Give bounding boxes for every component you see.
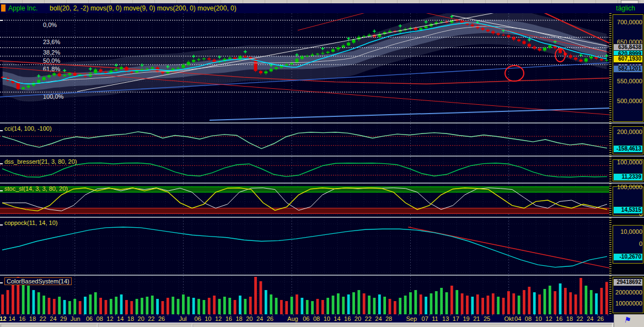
date-axis-label: 08 <box>96 315 103 322</box>
price-value-box[interactable]: 582,1201 <box>613 65 643 73</box>
cci-value-box[interactable]: -158,4613 <box>613 145 643 153</box>
date-axis-label: 10 <box>205 315 211 322</box>
date-axis-label: 04 <box>514 315 521 322</box>
volume-value-box[interactable]: 29418692 <box>613 278 643 286</box>
chart-header: Apple Inc. boll(20, 2, -2) movs(9, 0) mo… <box>0 3 644 13</box>
date-axis-label: 28 <box>385 315 392 322</box>
date-axis-label: 20 <box>138 315 144 322</box>
status-cell <box>98 324 192 327</box>
date-axis-label: Jul <box>179 315 186 322</box>
coppock-plot[interactable] <box>0 218 609 275</box>
cci-plot[interactable] <box>0 124 609 156</box>
date-axis-label: 22 <box>40 315 46 322</box>
dss-axis: 100,0000011,2339 <box>609 157 644 183</box>
date-axis-label: 24 <box>375 315 382 322</box>
date-axis-label: 12 <box>215 315 222 322</box>
date-axis-label: 22 <box>148 315 154 322</box>
date-axis-label: 08 <box>313 315 320 322</box>
date-axis-label: 16 <box>19 315 25 322</box>
date-axis-label: 21 <box>473 315 480 322</box>
volume-axis-label: 20000000 <box>615 289 642 296</box>
coppock-label: coppock(11, 14, 10) <box>4 219 57 226</box>
cci-label: cci(14, 100, -100) <box>4 125 52 132</box>
timeframe-label[interactable]: täglich <box>616 4 635 12</box>
svg-text:50,0%: 50,0% <box>43 57 60 64</box>
panel-tick <box>0 20 3 21</box>
dss-axis-label: 100,0000 <box>617 159 642 165</box>
svg-text:23,6%: 23,6% <box>43 39 60 45</box>
date-axis-label: 19 <box>463 315 469 322</box>
indicator-params[interactable]: boll(20, 2, -2) movs(9, 0) move(9, 0) mo… <box>50 4 237 12</box>
date-axis-label: 18 <box>127 315 134 322</box>
stoc-label: stoc_sl(14, 3, 3, 80, 20) <box>4 185 68 192</box>
volume-axis-label: 10000000 <box>615 300 642 307</box>
coppock-value-box[interactable]: -10,2670 <box>613 253 643 261</box>
svg-text:0,0%: 0,0% <box>43 22 57 28</box>
panel-tick <box>0 190 3 191</box>
coppock-panel: 10,000000-10,2670coppock(11, 14, 10) <box>0 218 644 275</box>
volume-panel: 200000001000000029418692ColorBasedSystem… <box>0 276 644 314</box>
date-axis-label: 14 <box>117 315 124 322</box>
price-axis: 700,0000650,0000550,0000500,0000636,8438… <box>609 13 644 122</box>
date-axis-label: Sep <box>406 315 417 322</box>
svg-text:38,2%: 38,2% <box>43 49 60 56</box>
date-axis-label: 12 <box>545 315 552 322</box>
date-axis-label: 18 <box>29 315 36 322</box>
date-axis-label: 10 <box>324 315 330 322</box>
date-axis-label: 13 <box>442 315 449 322</box>
coppock-axis: 10,000000-10,2670 <box>609 218 644 275</box>
date-axis-label: 06 <box>303 315 309 322</box>
flag-icon[interactable]: ⚑ <box>623 315 632 324</box>
coppock-axis-label: 0 <box>639 240 642 247</box>
date-axis-label: 25 <box>484 315 490 322</box>
coppock-axis-label: 10,0000 <box>620 228 642 235</box>
chart-application: Apple Inc. boll(20, 2, -2) movs(9, 0) mo… <box>0 0 644 327</box>
date-axis-label: 24 <box>587 315 593 322</box>
cci-axis-label: 200,0000 <box>617 128 642 135</box>
stoc-axis-label: 100,0000 <box>617 184 642 190</box>
date-axis-label: 22 <box>365 315 372 322</box>
date-axis-label: 11 <box>432 315 438 322</box>
date-axis-label: 22 <box>576 315 583 322</box>
stoc-value-box[interactable]: 14,5315 <box>613 206 643 214</box>
date-axis-year: '12 <box>0 315 7 322</box>
dss-plot[interactable] <box>0 157 609 183</box>
date-axis-label: 16 <box>344 315 351 322</box>
date-axis-label: 14 <box>8 315 15 322</box>
date-axis-label: 08 <box>525 315 532 322</box>
dss-panel: 100,0000011,2339dss_bressert(21, 3, 80, … <box>0 157 644 183</box>
date-axis-label: 12 <box>106 315 113 322</box>
date-axis-label: 16 <box>226 315 232 322</box>
panel-tick <box>0 224 3 226</box>
date-axis[interactable]: '12141618222429Jun0608121418202226Jul061… <box>0 314 614 323</box>
symbol-name[interactable]: Apple Inc. <box>8 4 37 12</box>
volume-plot[interactable] <box>0 276 609 314</box>
panel-tick <box>0 163 3 164</box>
price-plot[interactable]: 0,0%23,6%38,2%50,0%61,8%100,0% <box>0 13 609 122</box>
date-axis-label: 26 <box>267 315 273 322</box>
panel-tick <box>0 130 3 131</box>
dss-label: dss_bressert(21, 3, 80, 20) <box>4 158 77 165</box>
date-axis-label: 26 <box>597 315 604 322</box>
cci-panel: 200,0000-158,4613cci(14, 100, -100) <box>0 124 644 156</box>
date-axis-label: 24 <box>256 315 263 322</box>
date-axis-label: 18 <box>566 315 573 322</box>
date-axis-label: 07 <box>422 315 428 322</box>
date-axis-label: Jun <box>71 315 80 322</box>
date-axis-label: 26 <box>158 315 165 322</box>
volume-axis: 200000001000000029418692 <box>609 276 644 314</box>
dss-value-box[interactable]: 11,2339 <box>613 173 643 181</box>
status-cell <box>1 324 98 327</box>
date-axis-label: 20 <box>246 315 253 322</box>
date-axis-label: 06 <box>86 315 93 322</box>
date-axis-label: 16 <box>556 315 562 322</box>
status-bar <box>0 323 614 327</box>
stoc-plot[interactable] <box>0 184 609 217</box>
date-axis-label: 06 <box>195 315 201 322</box>
date-axis-label: 29 <box>60 315 67 322</box>
date-axis-label: 10 <box>535 315 542 322</box>
axis-corner[interactable]: ⚑ <box>614 314 644 327</box>
date-axis-label: Aug <box>287 315 298 322</box>
stoc-axis: 100,0000014,5315 <box>609 184 644 217</box>
price-value-box[interactable]: 607,1930 <box>613 55 643 63</box>
